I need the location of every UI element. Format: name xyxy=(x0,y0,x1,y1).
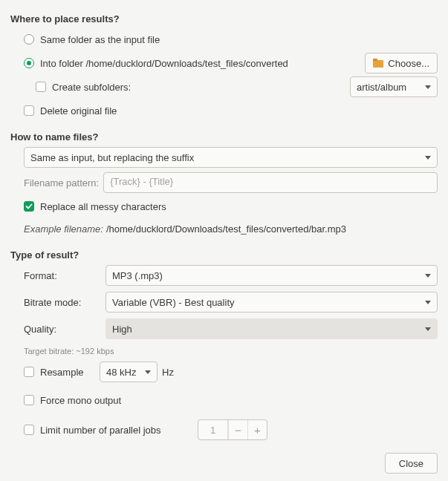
section-title-result: Type of result? xyxy=(10,249,438,261)
close-button[interactable]: Close xyxy=(385,453,438,474)
naming-mode-dropdown[interactable]: Same as input, but replacing the suffix xyxy=(24,147,438,168)
chevron-down-icon xyxy=(425,274,431,278)
bitrate-mode-value: Variable (VBR) - Best quality xyxy=(112,297,235,308)
checkbox-limit-jobs[interactable]: Limit number of parallel jobs xyxy=(24,425,193,436)
chevron-down-icon xyxy=(425,156,431,160)
row-resample: Resample 48 kHz Hz xyxy=(10,361,438,382)
choose-button-label: Choose... xyxy=(388,58,429,69)
resample-rate-value: 48 kHz xyxy=(106,367,136,378)
choose-folder-button[interactable]: Choose... xyxy=(365,53,438,73)
checkbox-replace-messy[interactable]: Replace all messy characters xyxy=(10,196,438,217)
filename-pattern-input: {Track} - {Title} xyxy=(103,172,438,193)
checkbox-icon xyxy=(24,201,34,212)
resample-label: Resample xyxy=(40,367,84,378)
create-subfolders-label: Create subfolders: xyxy=(52,82,131,93)
dialog-footer: Close xyxy=(385,453,438,474)
radio-icon xyxy=(24,58,34,68)
close-button-label: Close xyxy=(399,458,423,469)
jobs-increment-button[interactable]: + xyxy=(247,420,267,439)
quality-value: High xyxy=(112,324,132,335)
checkbox-delete-original[interactable]: Delete original file xyxy=(10,100,438,121)
jobs-value: 1 xyxy=(198,420,228,439)
chevron-down-icon xyxy=(145,370,151,374)
row-limit-jobs: Limit number of parallel jobs 1 − + xyxy=(10,419,438,440)
section-title-naming: How to name files? xyxy=(10,131,438,143)
chevron-down-icon xyxy=(425,301,431,304)
jobs-stepper[interactable]: 1 − + xyxy=(198,419,267,440)
chevron-down-icon xyxy=(425,327,431,331)
bitrate-mode-label: Bitrate mode: xyxy=(24,297,98,308)
checkbox-icon xyxy=(24,105,34,116)
target-bitrate-hint: Target bitrate: ~192 kbps xyxy=(10,347,438,356)
checkbox-icon xyxy=(24,425,34,435)
section-title-placement: Where to place results? xyxy=(10,13,438,24)
filename-pattern-placeholder: {Track} - {Title} xyxy=(110,176,173,187)
row-filename-pattern: Filename pattern: {Track} - {Title} xyxy=(10,172,438,193)
format-value: MP3 (.mp3) xyxy=(112,270,163,281)
naming-mode-value: Same as input, but replacing the suffix xyxy=(30,152,194,163)
checkbox-icon xyxy=(24,395,34,405)
format-dropdown[interactable]: MP3 (.mp3) xyxy=(105,265,438,286)
example-filename-value: /home/ducklord/Downloads/test_files/conv… xyxy=(106,223,346,235)
folder-icon xyxy=(373,59,383,68)
radio-label-same-folder: Same folder as the input file xyxy=(40,34,160,45)
row-naming-mode: Same as input, but replacing the suffix xyxy=(10,147,438,168)
resample-rate-dropdown[interactable]: 48 kHz xyxy=(100,361,158,382)
limit-jobs-label: Limit number of parallel jobs xyxy=(40,425,161,436)
force-mono-label: Force mono output xyxy=(40,395,121,406)
radio-icon xyxy=(24,34,34,45)
subfolder-pattern-value: artist/album xyxy=(357,82,406,93)
radio-label-into-folder: Into folder /home/ducklord/Downloads/tes… xyxy=(40,58,288,69)
row-example-filename: Example filename: /home/ducklord/Downloa… xyxy=(10,218,438,239)
delete-original-label: Delete original file xyxy=(40,105,117,117)
row-create-subfolders: Create subfolders: artist/album xyxy=(10,76,438,97)
checkbox-icon xyxy=(24,367,34,377)
checkbox-create-subfolders[interactable]: Create subfolders: xyxy=(36,82,131,93)
radio-row-into-folder: Into folder /home/ducklord/Downloads/tes… xyxy=(10,53,438,73)
quality-label: Quality: xyxy=(24,324,98,335)
resample-unit: Hz xyxy=(162,367,174,378)
quality-dropdown[interactable]: High xyxy=(105,318,438,339)
example-filename-label: Example filename: xyxy=(24,223,103,235)
checkbox-force-mono[interactable]: Force mono output xyxy=(10,390,438,410)
result-form-grid: Format: MP3 (.mp3) Bitrate mode: Variabl… xyxy=(10,265,438,339)
radio-into-folder[interactable]: Into folder /home/ducklord/Downloads/tes… xyxy=(24,58,288,69)
jobs-decrement-button[interactable]: − xyxy=(228,420,247,439)
checkbox-resample[interactable]: Resample xyxy=(24,367,95,378)
filename-pattern-label: Filename pattern: xyxy=(24,177,99,189)
bitrate-mode-dropdown[interactable]: Variable (VBR) - Best quality xyxy=(105,292,438,313)
subfolder-pattern-dropdown[interactable]: artist/album xyxy=(350,76,438,97)
format-label: Format: xyxy=(24,270,98,281)
radio-row-same-folder[interactable]: Same folder as the input file xyxy=(10,29,438,50)
replace-messy-label: Replace all messy characters xyxy=(40,201,166,212)
checkbox-icon xyxy=(36,82,46,92)
chevron-down-icon xyxy=(425,85,431,89)
